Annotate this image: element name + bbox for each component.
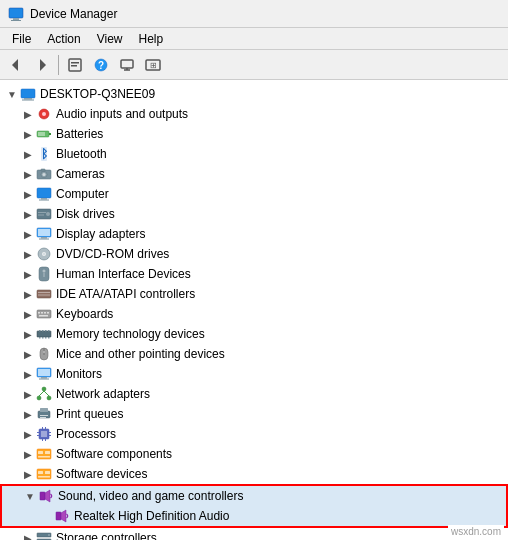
svg-rect-30	[41, 198, 47, 200]
item-label: Print queues	[56, 407, 123, 421]
svg-rect-22	[38, 132, 45, 136]
list-item[interactable]: ▶ Audio inputs and outputs	[0, 104, 508, 124]
network-icon	[36, 386, 52, 402]
svg-point-27	[43, 173, 46, 176]
svg-point-44	[43, 270, 46, 273]
expand-icon: ▶	[20, 406, 36, 422]
svg-rect-78	[40, 415, 48, 416]
svg-rect-76	[38, 411, 50, 418]
expand-icon: ▶	[20, 266, 36, 282]
svg-rect-86	[42, 427, 43, 429]
svg-point-72	[37, 396, 41, 400]
scan-button[interactable]: ⊞	[141, 53, 165, 77]
list-item[interactable]: ▶ Keyboards	[0, 304, 508, 324]
list-item[interactable]: ▶ Disk drives	[0, 204, 508, 224]
expand-icon: ▶	[20, 246, 36, 262]
expand-icon: ▶	[20, 386, 36, 402]
expand-icon: ▶	[20, 466, 36, 482]
svg-point-66	[43, 351, 45, 353]
svg-rect-37	[38, 229, 50, 236]
list-item[interactable]: ▶ Processors	[0, 424, 508, 444]
svg-rect-89	[45, 439, 46, 441]
software-components-icon	[36, 446, 52, 462]
highlighted-section: ▼ Sound, video and game controllers	[0, 484, 508, 528]
item-label: Network adapters	[56, 387, 150, 401]
realtek-audio-item[interactable]: Realtek High Definition Audio	[2, 506, 506, 526]
svg-rect-84	[49, 432, 51, 433]
expand-icon: ▶	[20, 326, 36, 342]
title-bar-text: Device Manager	[30, 7, 117, 21]
list-item[interactable]: ▶ DVD/CD-ROM drives	[0, 244, 508, 264]
list-item[interactable]: ▶ Network adapters	[0, 384, 508, 404]
svg-rect-57	[42, 330, 44, 332]
expand-icon: ▶	[20, 426, 36, 442]
list-item[interactable]: ▶ Display adapters	[0, 224, 508, 244]
properties-button[interactable]	[63, 53, 87, 77]
svg-rect-48	[38, 295, 50, 296]
svg-rect-100	[56, 512, 61, 520]
list-item[interactable]: ▶ Memory technology devices	[0, 324, 508, 344]
list-item[interactable]: ▶ Storage controllers	[0, 528, 508, 540]
expand-icon: ▶	[20, 166, 36, 182]
list-item[interactable]: ▶ Human Interface Devices	[0, 264, 508, 284]
disk-icon	[36, 206, 52, 222]
expand-icon: ▼	[22, 488, 38, 504]
menu-view[interactable]: View	[89, 30, 131, 48]
svg-rect-98	[40, 492, 45, 500]
item-label: Display adapters	[56, 227, 145, 241]
svg-rect-83	[37, 435, 39, 436]
display-icon	[36, 226, 52, 242]
svg-text:⊞: ⊞	[150, 61, 157, 70]
list-item[interactable]: ▶ Batteries	[0, 124, 508, 144]
menu-help[interactable]: Help	[131, 30, 172, 48]
svg-rect-59	[48, 330, 50, 332]
app-icon	[8, 6, 24, 22]
back-button[interactable]	[4, 53, 28, 77]
realtek-icon	[54, 508, 70, 524]
svg-point-42	[43, 253, 45, 255]
tree-root[interactable]: ▼ DESKTOP-Q3NEE09	[0, 84, 508, 104]
item-label: Processors	[56, 427, 116, 441]
svg-rect-2	[11, 20, 21, 21]
list-item[interactable]: ▶ Monitors	[0, 364, 508, 384]
list-item[interactable]: ▶ Software components	[0, 444, 508, 464]
svg-rect-56	[39, 330, 41, 332]
item-label: Audio inputs and outputs	[56, 107, 188, 121]
forward-button[interactable]	[30, 53, 54, 77]
svg-point-33	[46, 212, 50, 216]
list-item[interactable]: ▶ Mice and other pointing devices	[0, 344, 508, 364]
item-label: Computer	[56, 187, 109, 201]
storage-icon	[36, 530, 52, 540]
list-item[interactable]: ▶ Print queues	[0, 404, 508, 424]
list-item[interactable]: ▶ ᛒ Bluetooth	[0, 144, 508, 164]
expand-icon: ▶	[20, 306, 36, 322]
svg-marker-101	[61, 510, 66, 522]
svg-rect-46	[37, 290, 51, 298]
expand-icon: ▶	[20, 446, 36, 462]
cameras-icon	[36, 166, 52, 182]
list-item[interactable]: ▶ Computer	[0, 184, 508, 204]
svg-point-19	[42, 112, 46, 116]
svg-rect-60	[39, 337, 41, 339]
toolbar-separator-1	[58, 55, 59, 75]
list-item[interactable]: ▶ Cameras	[0, 164, 508, 184]
root-icon	[20, 86, 36, 102]
sound-controllers-item[interactable]: ▼ Sound, video and game controllers	[2, 486, 506, 506]
svg-rect-69	[41, 377, 47, 379]
list-item[interactable]: ▶ IDE ATA/ATAPI controllers	[0, 284, 508, 304]
svg-line-74	[39, 391, 44, 396]
svg-rect-54	[39, 315, 48, 317]
svg-text:?: ?	[98, 60, 104, 71]
svg-rect-79	[40, 417, 46, 418]
help-button[interactable]: ?	[89, 53, 113, 77]
mice-icon	[36, 346, 52, 362]
menu-action[interactable]: Action	[39, 30, 88, 48]
svg-point-104	[48, 534, 50, 536]
item-label: Sound, video and game controllers	[58, 489, 243, 503]
list-item[interactable]: ▶ Software devices	[0, 464, 508, 484]
update-driver-button[interactable]	[115, 53, 139, 77]
item-label: DVD/CD-ROM drives	[56, 247, 169, 261]
hid-icon	[36, 266, 52, 282]
svg-rect-7	[71, 65, 77, 67]
menu-file[interactable]: File	[4, 30, 39, 48]
